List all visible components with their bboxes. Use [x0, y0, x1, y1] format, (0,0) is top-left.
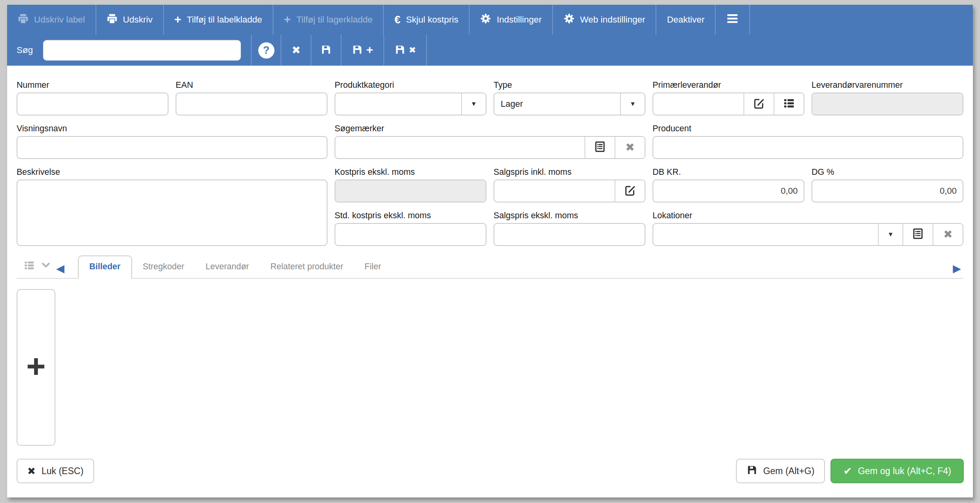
- clear-search-button[interactable]: ✖: [281, 35, 311, 66]
- lokationer-label: Lokationer: [653, 210, 963, 221]
- field-primaerleverandoer: Primærleverandør: [653, 80, 804, 115]
- print-label-text: Udskriv label: [34, 15, 85, 25]
- ean-input[interactable]: [176, 93, 327, 115]
- tab-stregkoder[interactable]: Stregkoder: [132, 256, 195, 278]
- close-icon: ✖: [291, 45, 301, 56]
- std-kostpris-input[interactable]: [335, 224, 486, 245]
- print-label-button[interactable]: Udskriv label: [7, 5, 96, 35]
- settings-text: Indstillinger: [497, 15, 542, 25]
- caret-down-icon: ▼: [471, 101, 477, 107]
- producent-input[interactable]: [653, 137, 963, 158]
- footer-bar: ✖ Luk (ESC) Gem (Alt+G) ✔ Gem og luk (Al…: [17, 459, 964, 483]
- scroll-tabs-left-button[interactable]: ◀: [56, 263, 64, 278]
- type-label: Type: [494, 80, 645, 90]
- field-kostpris: Kostpris ekskl. moms: [335, 167, 486, 202]
- save-icon: [747, 465, 757, 478]
- toolbar-row-search: Søg ? ✖ +: [7, 35, 973, 66]
- nummer-input[interactable]: [17, 93, 168, 115]
- print-button[interactable]: Udskriv: [96, 5, 164, 35]
- tab-billeder[interactable]: Billeder: [78, 255, 132, 279]
- print-text: Udskriv: [123, 15, 153, 25]
- caret-down-icon: ▼: [887, 231, 894, 238]
- tab-relateret-produkter[interactable]: Relateret produkter: [260, 256, 354, 278]
- visningsnavn-input[interactable]: [17, 137, 327, 158]
- leverandoervarenummer-label: Leverandørvarenummer: [812, 80, 963, 90]
- settings-button[interactable]: Indstillinger: [469, 5, 553, 35]
- field-salgspris-inkl: Salgspris inkl. moms: [494, 167, 645, 202]
- edit-supplier-button[interactable]: [744, 93, 774, 115]
- edit-price-button[interactable]: [615, 180, 645, 202]
- list-view-icon[interactable]: [24, 260, 35, 272]
- primaerleverandoer-input[interactable]: [653, 93, 744, 115]
- beskrivelse-label: Beskrivelse: [17, 167, 327, 177]
- product-form: Nummer EAN Produktkategori ▼ Type Lager …: [7, 66, 973, 246]
- beskrivelse-textarea[interactable]: [17, 180, 327, 246]
- dropdown-caret-button[interactable]: ▼: [878, 224, 902, 245]
- save-icon: [321, 44, 331, 57]
- boxed-list-icon: [912, 228, 924, 241]
- produktkategori-value: [335, 93, 461, 115]
- edit-icon: [753, 97, 765, 111]
- save-button-toolbar[interactable]: [311, 35, 341, 66]
- salgspris-ekskl-label: Salgspris ekskl. moms: [494, 210, 645, 221]
- dg-pct-input[interactable]: [812, 180, 963, 202]
- tab-bar: ◀ Billeder Stregkoder Leverandør Relater…: [17, 255, 963, 279]
- db-kr-input[interactable]: [653, 180, 804, 202]
- tags-list-button[interactable]: [585, 137, 615, 158]
- tab-tools: [17, 260, 56, 278]
- help-button[interactable]: ?: [251, 35, 281, 66]
- add-image-button[interactable]: [17, 289, 55, 446]
- hide-cost-price-button[interactable]: € Skjul kostpris: [384, 5, 469, 35]
- field-lokationer: Lokationer ▼ ✖: [653, 210, 963, 246]
- nummer-label: Nummer: [17, 80, 168, 90]
- save-and-close-button-toolbar[interactable]: ✖: [384, 35, 427, 66]
- save-and-new-button[interactable]: +: [341, 35, 384, 66]
- add-plus-icon: [27, 357, 45, 377]
- clear-tags-button[interactable]: ✖: [615, 137, 645, 158]
- add-to-stock-draft-button[interactable]: + Tilføj til lagerkladde: [273, 5, 384, 35]
- soegemaerker-input[interactable]: [335, 137, 585, 158]
- search-input[interactable]: [43, 40, 241, 61]
- dropdown-caret-button[interactable]: ▼: [620, 93, 645, 115]
- dropdown-caret-button[interactable]: ▼: [461, 93, 486, 115]
- search-area: Søg: [7, 35, 241, 66]
- field-produktkategori: Produktkategori ▼: [335, 80, 486, 115]
- toolbar: Udskriv label Udskriv + Tilføj til label…: [7, 5, 973, 66]
- hide-cost-price-text: Skjul kostpris: [406, 15, 458, 25]
- plus-icon: +: [174, 13, 182, 25]
- tab-filer[interactable]: Filer: [354, 256, 392, 278]
- supplier-list-button[interactable]: [774, 93, 804, 115]
- produktkategori-select[interactable]: ▼: [335, 93, 486, 115]
- type-select[interactable]: Lager ▼: [494, 93, 645, 115]
- clear-locations-button[interactable]: ✖: [933, 224, 963, 245]
- check-icon: ✔: [843, 466, 852, 476]
- scroll-tabs-right-button[interactable]: ▶: [953, 263, 963, 278]
- close-icon: ✖: [409, 46, 416, 55]
- menu-icon: [726, 13, 739, 26]
- locations-list-button[interactable]: [902, 224, 933, 245]
- save-and-close-button[interactable]: ✔ Gem og luk (Alt+C, F4): [831, 459, 964, 483]
- close-icon: ✖: [943, 229, 952, 240]
- menu-button[interactable]: [715, 5, 750, 35]
- chevron-down-icon[interactable]: [41, 262, 51, 270]
- salgspris-ekskl-input[interactable]: [494, 224, 645, 245]
- field-db-kr: DB KR.: [653, 167, 804, 202]
- salgspris-inkl-input[interactable]: [494, 180, 615, 202]
- boxed-list-icon: [594, 141, 606, 154]
- tab-leverandoer[interactable]: Leverandør: [195, 256, 260, 278]
- field-soegemaerker: Søgemærker ✖: [335, 123, 645, 159]
- add-label-draft-text: Tilføj til labelkladde: [187, 15, 262, 25]
- plus-icon: +: [366, 44, 373, 56]
- field-visningsnavn: Visningsnavn: [17, 123, 327, 159]
- lokationer-input[interactable]: [653, 224, 878, 245]
- toolbar-row-main: Udskriv label Udskriv + Tilføj til label…: [7, 5, 973, 35]
- kostpris-label: Kostpris ekskl. moms: [335, 167, 486, 177]
- deactivate-button[interactable]: Deaktiver: [656, 5, 715, 35]
- field-salgspris-ekskl: Salgspris ekskl. moms: [494, 210, 645, 246]
- save-plus-icon: [352, 44, 363, 57]
- plus-icon: +: [284, 13, 291, 25]
- web-settings-button[interactable]: Web indstillinger: [553, 5, 656, 35]
- close-dialog-button[interactable]: ✖ Luk (ESC): [17, 459, 94, 483]
- add-to-label-draft-button[interactable]: + Tilføj til labelkladde: [164, 5, 273, 35]
- save-button[interactable]: Gem (Alt+G): [736, 459, 825, 483]
